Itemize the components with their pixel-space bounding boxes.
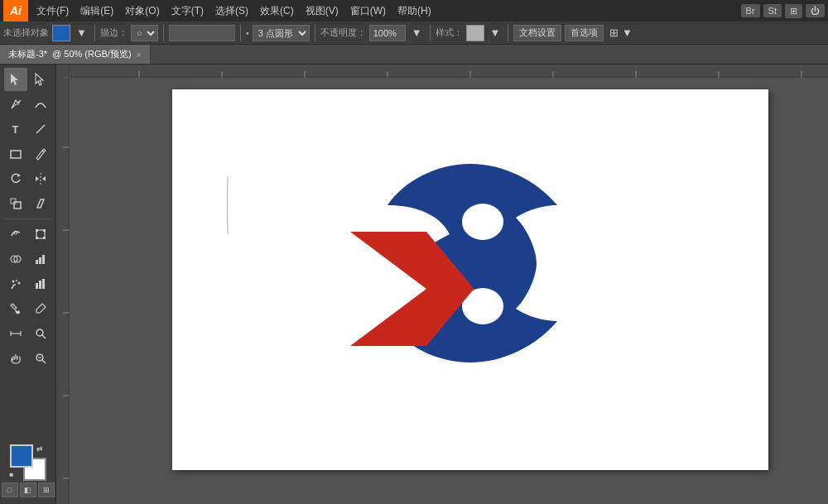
svg-marker-7	[42, 176, 46, 181]
style-label: 样式：	[436, 26, 463, 39]
svg-line-33	[42, 335, 46, 338]
svg-marker-10	[37, 199, 44, 208]
quick-mask-button[interactable]: ◧	[20, 482, 36, 497]
color-area: ⇄ ■ □ ◧ ⊞	[2, 444, 55, 501]
menu-edit[interactable]: 编辑(E)	[75, 2, 118, 20]
separator-5	[430, 25, 431, 41]
svg-point-57	[462, 204, 503, 240]
pencil-tool[interactable]	[29, 142, 52, 166]
paintbucket-tool[interactable]	[4, 297, 27, 320]
ruler-left-marks	[56, 65, 70, 504]
selection-tool[interactable]	[4, 68, 27, 91]
scale-tool[interactable]	[4, 192, 27, 215]
type-tool[interactable]: T	[4, 118, 27, 141]
shear-tool[interactable]	[29, 192, 52, 215]
symbol-spray-tool[interactable]	[4, 272, 27, 295]
workspace-options-icon[interactable]: ⊞ ▼	[607, 26, 634, 39]
tool-separator-1	[3, 218, 53, 219]
foreground-color-swatch[interactable]	[10, 444, 33, 468]
rotate-tool[interactable]	[4, 167, 27, 190]
direct-selection-tool[interactable]	[29, 68, 52, 91]
preferences-button[interactable]: 首选项	[565, 25, 604, 41]
svg-marker-4	[17, 174, 21, 177]
graph-tool[interactable]	[29, 247, 52, 271]
stroke-select[interactable]: ○	[131, 25, 158, 41]
zoom-view-tool[interactable]	[29, 347, 52, 370]
svg-rect-37	[56, 65, 828, 78]
svg-rect-28	[42, 279, 45, 289]
hand-tool[interactable]	[4, 347, 27, 370]
ai-logo-icon: Ai	[3, 0, 28, 22]
shape-builder-tool[interactable]	[4, 247, 27, 271]
separator-4	[315, 25, 315, 41]
mask-buttons: □ ◧ ⊞	[2, 482, 55, 497]
brush-preset[interactable]	[169, 25, 235, 41]
tool-row-symbol	[0, 272, 55, 295]
svg-rect-8	[14, 202, 21, 209]
workspace-button[interactable]: ⊞	[785, 4, 802, 18]
curvature-tool[interactable]	[29, 93, 52, 116]
menu-file[interactable]: 文件(F)	[31, 2, 74, 20]
fill-icon[interactable]: ▼	[74, 26, 89, 39]
svg-rect-19	[36, 260, 38, 264]
menu-effect[interactable]: 效果(C)	[255, 2, 299, 20]
eyedropper-tool[interactable]	[29, 297, 52, 320]
bridge-button[interactable]: Br	[741, 4, 760, 17]
free-transform-tool[interactable]	[29, 223, 52, 246]
separator-1	[94, 25, 95, 41]
stock-button[interactable]: St	[763, 4, 782, 17]
tool-row-draw	[0, 93, 55, 116]
main-area: T	[0, 65, 828, 504]
menu-help[interactable]: 帮助(H)	[392, 2, 436, 20]
svg-marker-6	[36, 176, 39, 181]
power-button[interactable]: ⏻	[806, 4, 825, 17]
pen-tool[interactable]	[4, 93, 27, 116]
svg-rect-20	[39, 257, 41, 264]
swap-colors-icon[interactable]: ⇄	[36, 444, 46, 454]
line-tool[interactable]	[29, 118, 52, 141]
reflect-tool[interactable]	[29, 167, 52, 190]
rectangle-tool[interactable]	[4, 142, 27, 166]
point-shape-select[interactable]: 3 点圆形	[253, 25, 310, 41]
svg-line-36	[42, 360, 46, 363]
zoom-tool[interactable]	[29, 322, 52, 345]
tab-close-button[interactable]: ×	[137, 50, 142, 60]
separator-2	[163, 25, 164, 41]
measure-tool[interactable]	[4, 322, 27, 345]
document-canvas	[172, 89, 768, 470]
tool-row-scale	[0, 192, 55, 215]
selection-label: 未选择对象	[3, 26, 49, 39]
point-shape-label: •	[246, 28, 249, 38]
tool-row-hand	[0, 347, 55, 370]
menu-text[interactable]: 文字(T)	[166, 2, 209, 20]
fill-color-swatch[interactable]	[52, 25, 70, 41]
style-swatch[interactable]	[466, 25, 484, 41]
svg-rect-26	[36, 283, 38, 289]
menu-bar: 文件(F) 编辑(E) 对象(O) 文字(T) 选择(S) 效果(C) 视图(V…	[31, 2, 741, 20]
menu-window[interactable]: 窗口(W)	[345, 2, 391, 20]
svg-rect-27	[39, 281, 41, 289]
document-tab[interactable]: 未标题-3* @ 50% (RGB/预览) ×	[0, 45, 151, 64]
column-graph-tool[interactable]	[29, 272, 52, 295]
foreground-background-colors: ⇄ ■	[10, 444, 46, 481]
default-colors-icon[interactable]: ■	[10, 471, 20, 481]
svg-point-24	[17, 282, 20, 285]
carrefour-logo	[305, 131, 636, 396]
menu-view[interactable]: 视图(V)	[301, 2, 344, 20]
opacity-dropdown[interactable]: ▼	[409, 26, 425, 39]
tool-row-rotate	[0, 167, 55, 190]
normal-mode-button[interactable]: □	[2, 482, 18, 497]
screen-mode-button[interactable]: ⊞	[38, 482, 55, 497]
tool-row-measure	[0, 322, 55, 345]
doc-settings-button[interactable]: 文档设置	[513, 25, 561, 41]
style-dropdown[interactable]: ▼	[488, 26, 503, 39]
menu-object[interactable]: 对象(O)	[120, 2, 164, 20]
menu-select[interactable]: 选择(S)	[210, 2, 253, 20]
tab-bar: 未标题-3* @ 50% (RGB/预览) ×	[0, 45, 828, 65]
svg-rect-16	[43, 237, 46, 239]
svg-point-22	[12, 281, 14, 283]
warp-tool[interactable]	[4, 223, 27, 246]
stroke-label: 描边：	[100, 26, 128, 39]
opacity-input[interactable]	[369, 25, 406, 41]
separator-6	[508, 25, 508, 41]
